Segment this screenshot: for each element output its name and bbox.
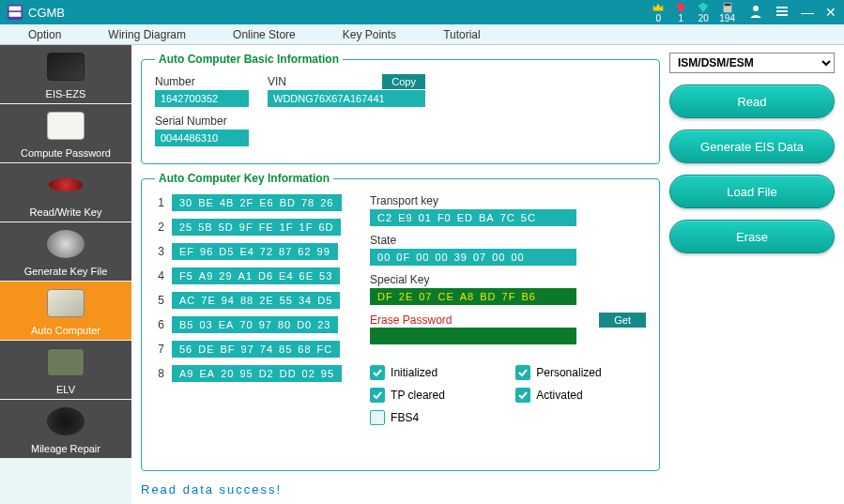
svg-rect-5 — [776, 7, 788, 8]
sidebar-label: Compute Password — [21, 147, 111, 159]
menu-option[interactable]: Option — [28, 28, 61, 41]
menu-tutorial[interactable]: Tutorial — [443, 28, 481, 41]
svg-rect-0 — [9, 7, 22, 11]
key-hex-value: F5A929A1D6E46E53 — [172, 267, 340, 284]
menu-icon[interactable] — [775, 4, 790, 22]
key-hex-value: 56DEBF97748568FC — [172, 341, 340, 358]
check-fbs4[interactable]: FBS4 — [370, 410, 489, 425]
menu-online-store[interactable]: Online Store — [233, 28, 296, 41]
serial-label: Serial Number — [155, 115, 249, 128]
app-logo — [8, 5, 23, 20]
module-selector[interactable]: ISM/DSM/ESM — [669, 53, 835, 73]
key-info-legend: Auto Computer Key Information — [155, 172, 333, 185]
special-key-value: DF2E07CEA8BD7FB6 — [370, 288, 576, 305]
menubar: Option Wiring Diagram Online Store Key P… — [0, 24, 844, 45]
app-title: CGMB — [28, 6, 65, 20]
svg-point-4 — [753, 6, 759, 11]
calc-badge[interactable]: 194 — [719, 1, 735, 23]
sidebar-item-eis-ezs[interactable]: EIS-EZS — [0, 45, 131, 104]
sidebar-item-compute-password[interactable]: Compute Password — [0, 104, 131, 163]
sidebar-label: Auto Computer — [31, 325, 100, 336]
key-index: 7 — [155, 343, 164, 356]
sidebar-label: Generate Key File — [24, 266, 108, 277]
key-row: 6B503EA709780D023 — [155, 316, 342, 333]
titlebar: CGMB 0 1 20 194 — ✕ — [0, 0, 844, 24]
user-icon[interactable] — [748, 4, 763, 22]
elv-board-icon — [47, 348, 84, 376]
auto-computer-icon — [47, 289, 84, 317]
sidebar-item-mileage-repair[interactable]: Mileage Repair — [0, 400, 131, 459]
key-index: 2 — [155, 221, 164, 234]
svg-rect-6 — [776, 10, 788, 12]
sidebar: EIS-EZS Compute Password Read/Write Key … — [0, 45, 131, 504]
gauge-icon — [47, 407, 84, 435]
svg-rect-3 — [724, 4, 730, 7]
disc-icon — [47, 230, 84, 258]
erase-password-label: Erase Password — [370, 313, 452, 327]
sidebar-label: ELV — [56, 384, 75, 395]
close-icon[interactable]: ✕ — [825, 5, 836, 20]
copy-button[interactable]: Copy — [382, 74, 425, 89]
transport-key-value: C2E901F0EDBA7C5C — [370, 209, 576, 226]
sidebar-item-auto-computer[interactable]: Auto Computer — [0, 282, 131, 341]
serial-value: 0044486310 — [155, 130, 249, 146]
key-row: 4F5A929A1D6E46E53 — [155, 267, 342, 284]
teal-diamond-badge[interactable]: 20 — [697, 1, 710, 23]
key-row: 8A9EA2095D2DD0295 — [155, 365, 342, 382]
vin-value: WDDNG76X67A167441 — [268, 90, 425, 107]
key-list: 130BE4B2FE6BD78262255B5D9FFE1F1F6D3EF96D… — [155, 194, 342, 425]
key-fob-icon — [47, 174, 84, 196]
key-row: 5AC7E94882E5534D5 — [155, 292, 342, 309]
basic-info-group: Auto Computer Basic Information Number 1… — [141, 53, 660, 164]
eis-chip-icon — [47, 53, 84, 81]
svg-rect-1 — [9, 12, 22, 17]
password-paper-icon — [47, 112, 84, 140]
number-value: 1642700352 — [155, 90, 249, 107]
crown-badge[interactable]: 0 — [652, 1, 665, 23]
state-value: 000F000039070000 — [370, 249, 576, 266]
key-hex-value: AC7E94882E5534D5 — [172, 292, 340, 309]
check-personalized[interactable]: Personalized — [515, 365, 646, 380]
key-index: 3 — [155, 245, 164, 258]
key-info-group: Auto Computer Key Information 130BE4B2FE… — [141, 172, 660, 471]
check-tp-cleared[interactable]: TP cleared — [370, 388, 489, 403]
menu-wiring-diagram[interactable]: Wiring Diagram — [108, 28, 186, 41]
key-index: 8 — [155, 367, 164, 380]
check-activated[interactable]: Activated — [515, 388, 646, 403]
load-file-button[interactable]: Load File — [669, 175, 835, 208]
minimize-icon[interactable]: — — [801, 5, 814, 20]
key-row: 756DEBF97748568FC — [155, 341, 342, 358]
number-label: Number — [155, 75, 249, 88]
key-index: 6 — [155, 318, 164, 331]
erase-button[interactable]: Erase — [669, 220, 835, 253]
sidebar-item-generate-key-file[interactable]: Generate Key File — [0, 222, 131, 282]
key-hex-value: 30BE4B2FE6BD7826 — [172, 194, 342, 211]
sidebar-item-read-write-key[interactable]: Read/Write Key — [0, 163, 131, 222]
basic-info-legend: Auto Computer Basic Information — [155, 53, 343, 66]
sidebar-label: Mileage Repair — [31, 443, 100, 454]
sidebar-label: Read/Write Key — [30, 206, 102, 218]
key-row: 3EF96D5E472876299 — [155, 243, 342, 260]
key-row: 2255B5D9FFE1F1F6D — [155, 219, 342, 236]
menu-key-points[interactable]: Key Points — [343, 28, 396, 41]
key-hex-value: 255B5D9FFE1F1F6D — [172, 219, 341, 236]
special-key-label: Special Key — [370, 273, 646, 286]
key-index: 5 — [155, 294, 164, 307]
generate-eis-button[interactable]: Generate EIS Data — [669, 130, 835, 163]
sidebar-label: EIS-EZS — [46, 88, 86, 99]
transport-key-label: Transport key — [370, 194, 646, 207]
svg-rect-7 — [776, 14, 788, 16]
key-hex-value: EF96D5E472876299 — [172, 243, 338, 260]
get-button[interactable]: Get — [599, 313, 646, 328]
key-hex-value: B503EA709780D023 — [172, 316, 338, 333]
sidebar-item-elv[interactable]: ELV — [0, 341, 131, 400]
key-row: 130BE4B2FE6BD7826 — [155, 194, 342, 211]
status-message: Read data success! — [141, 482, 660, 496]
key-index: 1 — [155, 196, 164, 209]
erase-password-value — [370, 328, 576, 344]
check-initialized[interactable]: Initialized — [370, 365, 489, 380]
state-label: State — [370, 234, 646, 247]
red-diamond-badge[interactable]: 1 — [674, 1, 687, 23]
read-button[interactable]: Read — [669, 84, 835, 118]
key-hex-value: A9EA2095D2DD0295 — [172, 365, 342, 382]
